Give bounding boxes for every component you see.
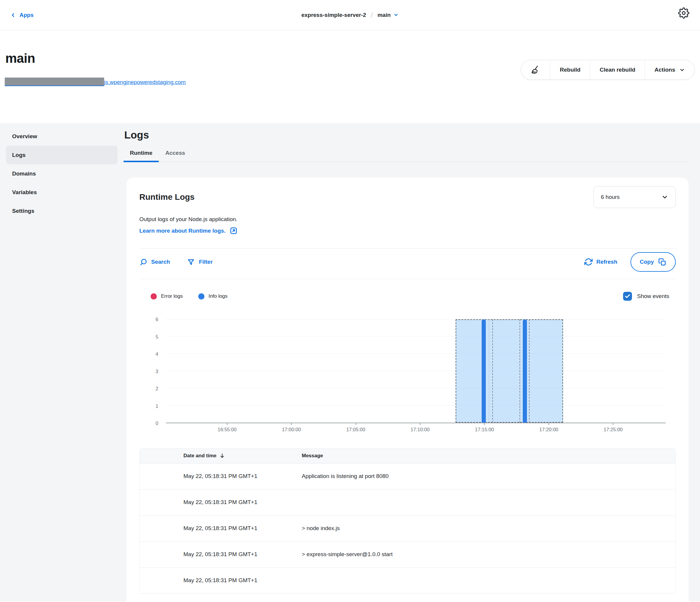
refresh-label: Refresh <box>596 259 618 265</box>
top-bar: Apps express-simple-server-2 / main <box>0 0 700 30</box>
environment-actions-group: Rebuild Clean rebuild Actions <box>521 60 695 80</box>
chart-time-selection[interactable] <box>456 319 563 423</box>
refresh-button[interactable]: Refresh <box>584 258 618 266</box>
legend-label: Info logs <box>208 293 227 299</box>
settings-gear-button[interactable] <box>678 7 690 19</box>
show-events-label: Show events <box>637 293 669 299</box>
tab-runtime[interactable]: Runtime <box>123 150 159 162</box>
copy-button[interactable]: Copy <box>630 252 676 272</box>
filter-label: Filter <box>199 259 212 265</box>
x-axis-tick-label: 17:15:00 <box>475 427 494 432</box>
breadcrumb-app-name[interactable]: express-simple-server-2 <box>301 12 366 18</box>
x-axis-tick-label: 17:10:00 <box>411 427 430 432</box>
log-count-bar-info-logs <box>482 319 486 423</box>
log-datetime-cell: May 22, 05:18:31 PM GMT+1 <box>140 489 302 515</box>
sidebar-item-variables[interactable]: Variables <box>6 183 118 201</box>
chart-gridline <box>166 319 666 319</box>
back-label: Apps <box>20 12 34 18</box>
chart-gridline <box>166 353 666 354</box>
filter-button[interactable]: Filter <box>187 258 212 266</box>
breadcrumb-separator: / <box>371 11 373 19</box>
sidebar-item-domains[interactable]: Domains <box>6 164 118 183</box>
log-message-cell <box>302 489 675 515</box>
environment-name: main <box>377 12 391 18</box>
chevron-down-icon <box>394 13 399 18</box>
chart-gridline <box>166 388 666 388</box>
chevron-down-icon <box>661 194 668 201</box>
log-message-cell: > express-simple-server@1.0.0 start <box>302 541 675 568</box>
search-label: Search <box>151 259 170 265</box>
main-content: Logs RuntimeAccess Runtime Logs 6 hours … <box>123 123 689 602</box>
message-column-label: Message <box>302 453 323 458</box>
tab-access[interactable]: Access <box>159 150 192 162</box>
sidebar-item-logs[interactable]: Logs <box>6 146 118 164</box>
breadcrumb: express-simple-server-2 / main <box>301 11 399 19</box>
log-count-bar-info-logs <box>523 319 527 423</box>
event-marker-line <box>520 319 520 423</box>
x-axis-tick-label: 17:20:00 <box>539 427 558 432</box>
environment-header: main js.wpenginepoweredstaging.com Rebui… <box>0 30 700 123</box>
table-row: May 22, 05:18:31 PM GMT+1> express-simpl… <box>140 541 675 568</box>
learn-more-link[interactable]: Learn more about Runtime logs. <box>139 227 238 235</box>
refresh-icon <box>584 258 593 266</box>
time-range-select[interactable]: 6 hours <box>594 186 676 208</box>
learn-more-label: Learn more about Runtime logs. <box>139 227 225 234</box>
chart-plot-area[interactable] <box>166 319 666 423</box>
sidebar-item-settings[interactable]: Settings <box>6 201 118 220</box>
environment-url-link[interactable]: js.wpenginepoweredstaging.com <box>5 79 186 85</box>
clean-rebuild-label: Clean rebuild <box>600 67 635 73</box>
legend-item-error-logs: Error logs <box>151 293 183 299</box>
environment-url-text: js.wpenginepoweredstaging.com <box>104 79 186 85</box>
chart-gridline <box>166 405 666 406</box>
rebuild-label: Rebuild <box>560 67 580 73</box>
log-message-cell <box>302 568 675 594</box>
log-datetime-cell: May 22, 05:18:31 PM GMT+1 <box>140 568 302 594</box>
rebuild-button[interactable]: Rebuild <box>550 60 590 80</box>
x-axis-tick-label: 17:25:00 <box>604 427 623 432</box>
x-axis-tick-label: 16:55:00 <box>218 427 236 432</box>
search-button[interactable]: Search <box>139 258 170 266</box>
table-row: May 22, 05:18:31 PM GMT+1Application is … <box>140 463 675 489</box>
clean-rebuild-button[interactable]: Clean rebuild <box>590 60 645 80</box>
copy-icon <box>658 258 666 266</box>
logs-table: Date and time Message May 22, 05:18:31 P… <box>139 448 676 594</box>
column-header-date[interactable]: Date and time <box>140 449 302 463</box>
sweep-button[interactable] <box>521 60 550 80</box>
filter-icon <box>187 258 195 266</box>
back-to-apps-link[interactable]: Apps <box>10 0 34 30</box>
show-events-toggle[interactable]: Show events <box>623 292 669 301</box>
logs-tabs: RuntimeAccess <box>123 150 689 162</box>
external-link-icon <box>230 227 238 235</box>
broom-icon <box>530 65 541 75</box>
chevron-left-icon <box>10 12 16 18</box>
environment-title: main <box>5 51 35 66</box>
column-header-message: Message <box>302 449 675 463</box>
divider <box>139 248 676 249</box>
sort-descending-icon <box>219 453 225 459</box>
event-marker-line <box>489 319 489 423</box>
breadcrumb-environment[interactable]: main <box>377 12 399 18</box>
app-window: Apps express-simple-server-2 / main main… <box>0 0 700 602</box>
actions-menu-button[interactable]: Actions <box>645 60 694 80</box>
y-axis-tick-label: 0 <box>156 420 158 426</box>
page-body: OverviewLogsDomainsVariablesSettings Log… <box>0 123 700 602</box>
y-axis-tick-label: 6 <box>156 317 158 322</box>
chart-x-axis: 16:55:0017:00:0017:05:0017:10:0017:15:00… <box>166 423 666 438</box>
logs-frequency-chart: 0123456 16:55:0017:00:0017:05:0017:10:00… <box>139 319 676 438</box>
log-message-cell: > node index.js <box>302 515 675 541</box>
y-axis-tick-label: 2 <box>156 386 158 391</box>
copy-label: Copy <box>640 259 654 265</box>
log-datetime-cell: May 22, 05:18:31 PM GMT+1 <box>140 463 302 489</box>
show-events-checkbox[interactable] <box>623 292 632 301</box>
environment-url-row: js.wpenginepoweredstaging.com <box>5 77 186 86</box>
sidebar-item-overview[interactable]: Overview <box>6 127 118 146</box>
legend-item-info-logs: Info logs <box>198 293 227 299</box>
logs-toolbar: Search Filter Refresh Copy <box>139 252 676 272</box>
date-column-label: Date and time <box>183 453 216 458</box>
table-row: May 22, 05:18:31 PM GMT+1 <box>140 489 675 515</box>
log-message-cell: Application is listening at port 8080 <box>302 463 675 489</box>
table-row: May 22, 05:18:31 PM GMT+1 <box>140 568 675 594</box>
x-axis-tick-label: 17:00:00 <box>282 427 301 432</box>
card-header: Runtime Logs 6 hours <box>139 186 676 208</box>
runtime-logs-card: Runtime Logs 6 hours Output logs of your… <box>126 177 689 602</box>
